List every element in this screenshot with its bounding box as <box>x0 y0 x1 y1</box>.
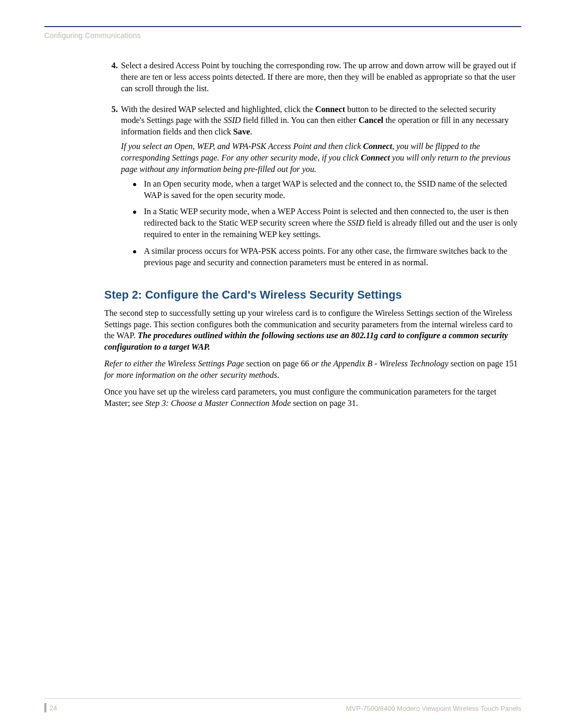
bullet-icon: ● <box>132 179 144 202</box>
step2-paragraph-1: The second step to successfully setting … <box>104 308 521 353</box>
step-number: 5. <box>104 104 121 274</box>
running-header: Configuring Communications <box>44 31 521 40</box>
page-footer: 24 MVP-7500/8400 Modero Viewpoint Wirele… <box>44 703 521 712</box>
bullet-text: In an Open security mode, when a target … <box>144 179 521 202</box>
footer-doc-title: MVP-7500/8400 Modero Viewpoint Wireless … <box>346 705 521 712</box>
body-content: 4. Select a desired Access Point by touc… <box>104 60 521 410</box>
step-text: Select a desired Access Point by touchin… <box>121 60 521 95</box>
step-4: 4. Select a desired Access Point by touc… <box>104 60 521 98</box>
bullet-icon: ● <box>132 206 144 241</box>
list-item: ● In an Open security mode, when a targe… <box>132 179 521 202</box>
sub-bullet-list: ● In an Open security mode, when a targe… <box>132 179 521 269</box>
list-item: ● In a Static WEP security mode, when a … <box>132 206 521 241</box>
step-text: With the desired WAP selected and highli… <box>121 104 521 139</box>
step-body: Select a desired Access Point by touchin… <box>121 60 521 98</box>
list-item: ● A similar process occurs for WPA-PSK a… <box>132 246 521 269</box>
bullet-text: In a Static WEP security mode, when a WE… <box>144 206 521 241</box>
step-note: If you select an Open, WEP, and WPA-PSK … <box>121 141 521 176</box>
step2-paragraph-2: Refer to either the Wireless Settings Pa… <box>104 359 521 381</box>
step2-heading: Step 2: Configure the Card's Wireless Se… <box>104 288 521 303</box>
footer-rule <box>44 698 521 699</box>
step2-paragraph-3: Once you have set up the wireless card p… <box>104 387 521 410</box>
page-number: 24 <box>44 703 57 712</box>
step-number: 4. <box>104 60 121 98</box>
numbered-steps-list: 4. Select a desired Access Point by touc… <box>104 60 521 274</box>
step-5: 5. With the desired WAP selected and hig… <box>104 104 521 274</box>
top-horizontal-rule <box>44 26 521 27</box>
bullet-text: A similar process occurs for WPA-PSK acc… <box>144 246 521 269</box>
bullet-icon: ● <box>132 246 144 269</box>
document-page: Configuring Communications 4. Select a d… <box>0 0 563 728</box>
step-body: With the desired WAP selected and highli… <box>121 104 521 274</box>
